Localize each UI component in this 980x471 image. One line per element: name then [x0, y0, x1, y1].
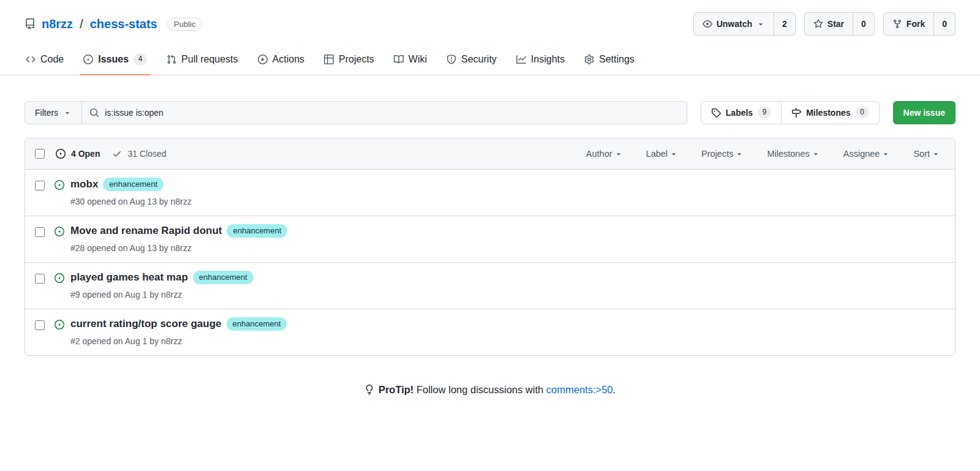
eye-icon — [703, 19, 712, 29]
chevron-down-icon — [881, 149, 890, 158]
fork-icon — [892, 19, 902, 29]
tab-insights[interactable]: Insights — [507, 45, 575, 74]
issues-search-input[interactable] — [105, 108, 679, 118]
chevron-down-icon — [932, 149, 940, 158]
issue-title-link[interactable]: current rating/top score gauge — [70, 318, 222, 330]
filters-dropdown-button[interactable]: Filters — [24, 101, 82, 124]
star-button[interactable]: Star — [804, 12, 853, 36]
issue-row-checkbox[interactable] — [35, 227, 45, 237]
tab-issues[interactable]: Issues 4 — [74, 44, 157, 75]
tab-security[interactable]: Security — [437, 45, 507, 74]
issue-meta: #28 opened on Aug 13 by n8rzz — [70, 243, 287, 253]
protip-text: Follow long discussions with — [417, 384, 543, 395]
open-issues-filter[interactable]: 4 Open — [56, 149, 100, 159]
issue-label-enhancement[interactable]: enhancement — [193, 271, 254, 284]
labels-milestones-group: Labels 9 Milestones 0 — [701, 101, 880, 124]
issue-opened-icon — [55, 180, 64, 190]
tab-issues-label: Issues — [98, 54, 129, 65]
tab-actions[interactable]: Actions — [248, 45, 314, 74]
open-count-label: 4 Open — [71, 149, 100, 159]
issue-row: played games heat map enhancement #9 ope… — [25, 262, 955, 309]
projects-dropdown[interactable]: Projects — [701, 149, 744, 159]
issue-row-checkbox[interactable] — [35, 320, 45, 330]
issue-title-link[interactable]: Move and rename Rapid donut — [70, 225, 222, 237]
issues-search-box — [82, 101, 687, 124]
fork-button[interactable]: Fork — [883, 12, 934, 36]
select-all-checkbox[interactable] — [35, 149, 45, 159]
milestones-button[interactable]: Milestones 0 — [782, 101, 879, 124]
assignee-dropdown[interactable]: Assignee — [843, 149, 891, 159]
issues-count-badge: 4 — [134, 53, 147, 66]
milestones-label: Milestones — [806, 108, 850, 118]
chevron-down-icon — [812, 149, 820, 158]
issue-label-enhancement[interactable]: enhancement — [103, 178, 164, 191]
closed-count-label: 31 Closed — [127, 149, 166, 159]
filters-label: Filters — [35, 108, 58, 118]
unwatch-button[interactable]: Unwatch — [693, 12, 774, 36]
visibility-badge: Public — [167, 18, 202, 31]
issue-row: mobx enhancement #30 opened on Aug 13 by… — [25, 169, 955, 216]
issue-content: current rating/top score gauge enhanceme… — [70, 317, 287, 346]
lightbulb-icon — [364, 385, 374, 394]
issue-label-enhancement[interactable]: enhancement — [227, 224, 287, 238]
issue-title-link[interactable]: played games heat map — [70, 271, 188, 284]
repo-actions: Unwatch 2 Star 0 Fork 0 — [693, 12, 956, 36]
issue-label-enhancement[interactable]: enhancement — [227, 317, 287, 331]
protip: ProTip! Follow long discussions with com… — [24, 384, 956, 396]
issues-list-header: 4 Open 31 Closed Author Label Projects — [25, 138, 955, 169]
repo-name-link[interactable]: chess-stats — [90, 17, 157, 31]
closed-issues-filter[interactable]: 31 Closed — [112, 149, 166, 159]
protip-search-link[interactable]: comments:>50 — [546, 384, 613, 395]
tab-projects[interactable]: Projects — [314, 45, 384, 74]
issue-opened-icon — [56, 149, 66, 159]
milestones-count-badge: 0 — [856, 107, 869, 119]
tab-pull-requests[interactable]: Pull requests — [157, 45, 248, 74]
search-icon — [89, 108, 99, 118]
issues-page: Filters Labels 9 Milestones 0 New issue — [0, 101, 980, 396]
fork-count[interactable]: 0 — [934, 12, 956, 36]
watch-button-group: Unwatch 2 — [693, 12, 796, 36]
chevron-down-icon — [669, 149, 678, 158]
issue-row-checkbox[interactable] — [35, 181, 45, 190]
issue-row: Move and rename Rapid donut enhancement … — [25, 216, 955, 262]
issue-content: Move and rename Rapid donut enhancement … — [70, 224, 287, 253]
projects-dropdown-label: Projects — [701, 149, 733, 159]
graph-icon — [516, 55, 526, 64]
labels-button[interactable]: Labels 9 — [701, 101, 782, 124]
tab-settings[interactable]: Settings — [575, 45, 644, 74]
milestone-icon — [791, 108, 801, 118]
author-dropdown-label: Author — [586, 149, 612, 159]
unwatch-label: Unwatch — [717, 20, 752, 28]
issue-title-link[interactable]: mobx — [70, 178, 98, 190]
star-label: Star — [827, 20, 844, 28]
chevron-down-icon — [735, 149, 744, 158]
code-icon — [26, 55, 36, 64]
protip-bold: ProTip! — [379, 384, 413, 395]
labels-label: Labels — [726, 108, 753, 118]
book-icon — [394, 55, 404, 64]
repo-owner-link[interactable]: n8rzz — [42, 17, 73, 31]
label-dropdown[interactable]: Label — [646, 149, 678, 159]
repo-nav: Code Issues 4 Pull requests Actions Proj… — [0, 44, 980, 75]
git-pull-request-icon — [167, 55, 176, 64]
tab-code[interactable]: Code — [16, 45, 74, 74]
repo-separator: / — [79, 17, 84, 31]
new-issue-button[interactable]: New issue — [893, 101, 956, 124]
issue-row: current rating/top score gauge enhanceme… — [25, 309, 955, 355]
issue-opened-icon — [55, 320, 64, 330]
issue-content: mobx enhancement #30 opened on Aug 13 by… — [70, 178, 192, 206]
watch-count[interactable]: 2 — [774, 12, 796, 36]
tab-security-label: Security — [461, 54, 497, 65]
sort-dropdown[interactable]: Sort — [913, 149, 940, 159]
author-dropdown[interactable]: Author — [586, 149, 623, 159]
star-count[interactable]: 0 — [853, 12, 875, 36]
repo-icon — [24, 18, 36, 29]
list-filter-dropdowns: Author Label Projects Milestones Assigne… — [586, 149, 945, 159]
fork-label: Fork — [907, 20, 925, 28]
protip-suffix: . — [613, 384, 616, 395]
milestones-dropdown[interactable]: Milestones — [767, 149, 820, 159]
issue-row-checkbox[interactable] — [35, 274, 45, 284]
sort-dropdown-label: Sort — [913, 149, 930, 159]
chevron-down-icon — [614, 149, 623, 158]
tab-wiki[interactable]: Wiki — [384, 45, 437, 74]
